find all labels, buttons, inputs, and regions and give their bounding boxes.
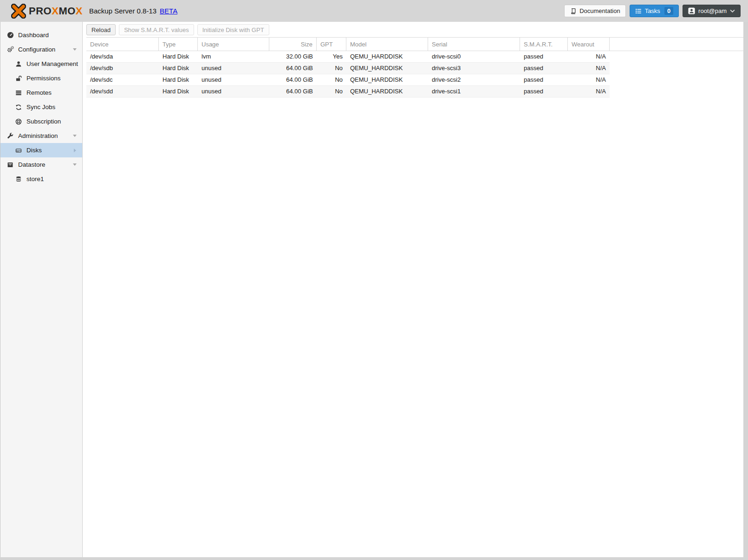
sidebar-item-remotes[interactable]: Remotes	[0, 85, 82, 100]
collapse-arrow-icon[interactable]	[73, 48, 77, 51]
proxmox-x-icon	[11, 4, 26, 19]
cell-wearout: N/A	[568, 51, 610, 62]
column-header-size[interactable]: Size	[269, 38, 317, 51]
column-header-device[interactable]: Device	[86, 38, 159, 51]
user-icon	[688, 7, 695, 14]
column-header-model[interactable]: Model	[346, 38, 428, 51]
chevron-down-icon	[730, 9, 735, 13]
cell-gpt: Yes	[317, 51, 346, 62]
sidebar-item-store1[interactable]: store1	[0, 172, 82, 186]
reload-button[interactable]: Reload	[86, 24, 116, 35]
sidebar-item-label: User Management	[26, 60, 78, 67]
sidebar: Dashboard Configuration User Management	[0, 22, 83, 557]
cell-smart: passed	[520, 51, 568, 62]
user-label: root@pam	[698, 7, 727, 14]
main-content: Reload Show S.M.A.R.T. values Initialize…	[83, 22, 743, 557]
cell-type: Hard Disk	[159, 74, 198, 85]
sidebar-item-sync-jobs[interactable]: Sync Jobs	[0, 100, 82, 114]
cell-smart: passed	[520, 86, 568, 97]
table-header: Device Type Usage Size GPT Model Serial …	[86, 37, 743, 51]
sidebar-item-permissions[interactable]: Permissions	[0, 71, 82, 85]
sidebar-item-label: Datastore	[18, 161, 46, 168]
cell-model: QEMU_HARDDISK	[346, 51, 428, 62]
cell-serial: drive-scsi0	[428, 51, 520, 62]
table-row[interactable]: /dev/sdc Hard Disk unused 64.00 GiB No Q…	[86, 74, 610, 86]
column-header-wearout[interactable]: Wearout	[568, 38, 610, 51]
life-ring-icon	[14, 118, 23, 125]
table-row[interactable]: /dev/sda Hard Disk lvm 32.00 GiB Yes QEM…	[86, 51, 610, 63]
column-header-smart[interactable]: S.M.A.R.T.	[520, 38, 568, 51]
cell-model: QEMU_HARDDISK	[346, 63, 428, 74]
sidebar-item-label: Remotes	[26, 89, 52, 96]
initialize-disk-gpt-button: Initialize Disk with GPT	[197, 24, 269, 35]
cell-usage: unused	[198, 86, 269, 97]
cell-device: /dev/sdc	[86, 74, 159, 85]
sidebar-item-user-management[interactable]: User Management	[0, 57, 82, 71]
cell-size: 64.00 GiB	[269, 63, 317, 74]
cell-smart: passed	[520, 63, 568, 74]
cell-wearout: N/A	[568, 63, 610, 74]
cell-serial: drive-scsi3	[428, 63, 520, 74]
cell-model: QEMU_HARDDISK	[346, 86, 428, 97]
archive-box-icon	[6, 162, 15, 168]
cell-device: /dev/sdd	[86, 86, 159, 97]
tasks-button[interactable]: Tasks 0	[630, 5, 679, 17]
cell-size: 64.00 GiB	[269, 86, 317, 97]
user-icon	[14, 61, 23, 67]
sidebar-item-configuration[interactable]: Configuration	[0, 42, 82, 57]
column-header-serial[interactable]: Serial	[428, 38, 520, 51]
beta-link[interactable]: BETA	[160, 7, 177, 15]
unlock-icon	[14, 75, 23, 82]
sidebar-item-label: Sync Jobs	[26, 104, 55, 111]
dashboard-icon	[6, 32, 15, 39]
sidebar-item-label: Permissions	[26, 75, 61, 82]
cell-model: QEMU_HARDDISK	[346, 74, 428, 85]
sidebar-item-label: store1	[26, 176, 44, 182]
cell-wearout: N/A	[568, 86, 610, 97]
tasks-count-badge: 0	[664, 7, 673, 15]
sidebar-item-disks[interactable]: Disks	[0, 143, 82, 157]
hard-disk-icon	[14, 147, 23, 154]
wrench-icon	[6, 133, 15, 139]
task-list-icon	[635, 8, 642, 14]
sidebar-item-datastore[interactable]: Datastore	[0, 157, 82, 172]
cell-type: Hard Disk	[159, 86, 198, 97]
sidebar-item-label: Dashboard	[18, 32, 49, 39]
table-row[interactable]: /dev/sdb Hard Disk unused 64.00 GiB No Q…	[86, 63, 610, 74]
sidebar-item-label: Subscription	[26, 118, 61, 125]
top-header: PROXMOX Backup Server 0.8-13 BETA Docume…	[0, 0, 748, 22]
collapse-arrow-icon[interactable]	[73, 135, 77, 137]
cell-serial: drive-scsi2	[428, 74, 520, 85]
cell-usage: unused	[198, 74, 269, 85]
documentation-button[interactable]: Documentation	[564, 5, 625, 17]
column-header-usage[interactable]: Usage	[198, 38, 269, 51]
book-icon	[570, 8, 576, 14]
cell-gpt: No	[317, 63, 346, 74]
column-header-type[interactable]: Type	[159, 38, 198, 51]
sidebar-item-subscription[interactable]: Subscription	[0, 114, 82, 129]
cell-size: 32.00 GiB	[269, 51, 317, 62]
gears-icon	[6, 46, 15, 53]
cell-device: /dev/sdb	[86, 63, 159, 74]
chevron-right-icon	[74, 149, 76, 152]
sidebar-item-label: Disks	[26, 147, 42, 154]
cell-smart: passed	[520, 74, 568, 85]
sidebar-item-label: Administration	[18, 132, 58, 139]
table-row[interactable]: /dev/sdd Hard Disk unused 64.00 GiB No Q…	[86, 86, 610, 98]
cell-gpt: No	[317, 74, 346, 85]
table-body: /dev/sda Hard Disk lvm 32.00 GiB Yes QEM…	[86, 51, 743, 98]
sidebar-item-dashboard[interactable]: Dashboard	[0, 28, 82, 42]
app-frame: Dashboard Configuration User Management	[0, 22, 743, 557]
cell-usage: lvm	[198, 51, 269, 62]
app-title: Backup Server 0.8-13	[89, 7, 156, 15]
disks-table: Device Type Usage Size GPT Model Serial …	[86, 37, 743, 557]
column-header-filler	[610, 38, 743, 51]
collapse-arrow-icon[interactable]	[73, 163, 77, 166]
proxmox-logo: PROXMOX	[11, 4, 83, 19]
cell-gpt: No	[317, 86, 346, 97]
cell-size: 64.00 GiB	[269, 74, 317, 85]
cell-type: Hard Disk	[159, 51, 198, 62]
column-header-gpt[interactable]: GPT	[317, 38, 346, 51]
user-menu-button[interactable]: root@pam	[683, 5, 741, 17]
sidebar-item-administration[interactable]: Administration	[0, 129, 82, 143]
